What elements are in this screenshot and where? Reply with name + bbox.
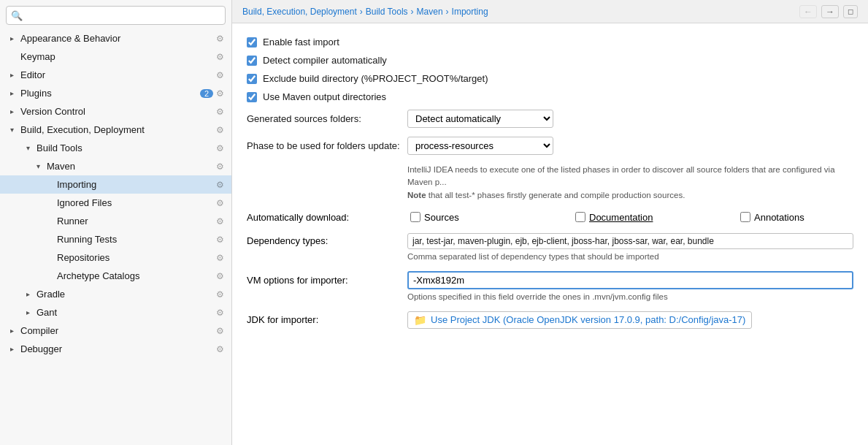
- documentation-label: Documentation: [589, 212, 653, 223]
- breadcrumb-sep-2: ›: [411, 7, 414, 17]
- sources-checkbox[interactable]: [410, 212, 420, 222]
- sidebar-item-label-repositories: Repositories: [57, 252, 110, 263]
- settings-icon-gant: ⚙: [216, 308, 224, 318]
- chevron-right-icon: ▸: [26, 290, 34, 298]
- sidebar-item-archetype-catalogs[interactable]: ▸ Archetype Catalogs⚙: [0, 267, 231, 285]
- sidebar-item-right-gant: ⚙: [216, 308, 224, 318]
- sidebar-item-label-container-build-tools: ▾ Build Tools: [26, 142, 82, 153]
- sidebar-item-label-container-version-control: ▸ Version Control: [10, 106, 85, 117]
- checkbox-row-3: Exclude build directory (%PROJECT_ROOT%/…: [247, 73, 853, 84]
- sidebar-item-running-tests[interactable]: ▸ Running Tests⚙: [0, 230, 231, 248]
- vm-options-row: VM options for importer:: [247, 271, 853, 289]
- sidebar-item-keymap[interactable]: ▸ Keymap⚙: [0, 47, 231, 66]
- sidebar-item-label-container-gant: ▸ Gant: [26, 307, 57, 318]
- sidebar-item-label-maven: Maven: [47, 161, 75, 172]
- chevron-right-icon: ▸: [10, 89, 18, 97]
- badge-plugins: 2: [200, 89, 213, 98]
- breadcrumb: Build, Execution, Deployment › Build Too…: [242, 7, 488, 17]
- breadcrumb-part-2: Build Tools: [366, 7, 408, 17]
- jdk-selector[interactable]: 📁 Use Project JDK (Oracle OpenJDK versio…: [407, 311, 752, 329]
- sidebar-item-label-build-tools: Build Tools: [37, 142, 82, 153]
- sidebar-item-label-container-appearance: ▸ Appearance & Behavior: [10, 33, 120, 44]
- settings-icon-compiler: ⚙: [216, 326, 224, 336]
- sidebar-item-plugins[interactable]: ▸ Plugins2⚙: [0, 84, 231, 102]
- chevron-right-icon: ▸: [10, 327, 18, 335]
- sidebar-item-right-build-tools: ⚙: [216, 143, 224, 153]
- settings-icon-repositories: ⚙: [216, 253, 224, 263]
- chevron-right-icon: ▸: [10, 71, 18, 79]
- sidebar-item-runner[interactable]: ▸ Runner⚙: [0, 212, 231, 230]
- breadcrumb-part-1: Build, Execution, Deployment: [242, 7, 357, 17]
- sidebar-item-label-container-build-exec-deploy: ▾ Build, Execution, Deployment: [10, 124, 145, 135]
- sidebar-item-label-container-ignored-files: ▸ Ignored Files: [47, 197, 112, 208]
- sidebar-item-label-running-tests: Running Tests: [57, 234, 117, 245]
- dependency-types-row: Dependency types:: [247, 233, 853, 249]
- phase-row: Phase to be used for folders update: pro…: [247, 137, 853, 155]
- detect-compiler-checkbox[interactable]: [247, 56, 257, 66]
- documentation-checkbox[interactable]: [575, 212, 585, 222]
- search-input[interactable]: [26, 10, 220, 20]
- sidebar-item-right-appearance: ⚙: [216, 34, 224, 44]
- use-maven-output-checkbox[interactable]: [247, 92, 257, 102]
- nav-back-button[interactable]: ←: [799, 5, 817, 18]
- sidebar-item-label-container-compiler: ▸ Compiler: [10, 325, 58, 336]
- sidebar-item-version-control[interactable]: ▸ Version Control⚙: [0, 102, 231, 121]
- breadcrumb-sep-1: ›: [360, 7, 363, 17]
- sidebar-item-debugger[interactable]: ▸ Debugger⚙: [0, 340, 231, 358]
- enable-fast-import-checkbox[interactable]: [247, 37, 257, 47]
- generated-sources-row: Generated sources folders: Detect automa…: [247, 110, 853, 128]
- sidebar-item-gant[interactable]: ▸ Gant⚙: [0, 303, 231, 322]
- checkbox-row-4: Use Maven output directories: [247, 91, 853, 102]
- sidebar-item-label-container-archetype-catalogs: ▸ Archetype Catalogs: [47, 270, 139, 281]
- auto-download-label: Automatically download:: [247, 212, 400, 223]
- sidebar-item-label-container-importing: ▸ Importing: [47, 179, 96, 190]
- exclude-build-dir-label: Exclude build directory (%PROJECT_ROOT%/…: [263, 73, 488, 84]
- sidebar-item-appearance[interactable]: ▸ Appearance & Behavior⚙: [0, 29, 231, 47]
- sidebar-item-label-editor: Editor: [20, 69, 45, 80]
- sidebar-item-right-debugger: ⚙: [216, 344, 224, 354]
- annotations-checkbox[interactable]: [740, 212, 750, 222]
- sidebar-item-label-debugger: Debugger: [20, 343, 62, 354]
- vm-options-input[interactable]: [407, 271, 853, 289]
- nav-forward-button[interactable]: →: [821, 5, 839, 18]
- settings-icon-runner: ⚙: [216, 216, 224, 227]
- enable-fast-import-label: Enable fast import: [263, 37, 339, 47]
- sidebar-item-editor[interactable]: ▸ Editor⚙: [0, 66, 231, 84]
- generated-sources-select[interactable]: Detect automatically: [407, 110, 553, 128]
- phase-select[interactable]: process-resources: [407, 137, 553, 155]
- folder-icon: 📁: [414, 314, 426, 326]
- sidebar-item-label-build-exec-deploy: Build, Execution, Deployment: [20, 124, 145, 135]
- sidebar-item-ignored-files[interactable]: ▸ Ignored Files⚙: [0, 194, 231, 212]
- dependency-types-hint: Comma separated list of dependency types…: [407, 252, 853, 261]
- jdk-label: JDK for importer:: [247, 314, 400, 325]
- sidebar-item-importing[interactable]: ▸ Importing⚙: [0, 175, 231, 194]
- settings-icon-keymap: ⚙: [216, 52, 224, 62]
- sidebar-item-right-build-exec-deploy: ⚙: [216, 125, 224, 135]
- search-box[interactable]: 🔍: [6, 6, 226, 25]
- sidebar-item-right-compiler: ⚙: [216, 326, 224, 336]
- chevron-right-icon: ▸: [10, 34, 18, 42]
- vm-options-label: VM options for importer:: [247, 275, 400, 286]
- settings-icon-importing: ⚙: [216, 180, 224, 190]
- dependency-types-input[interactable]: [407, 233, 853, 249]
- sidebar-item-label-container-editor: ▸ Editor: [10, 69, 45, 80]
- sidebar-item-label-container-debugger: ▸ Debugger: [10, 343, 62, 354]
- sidebar-item-build-tools[interactable]: ▾ Build Tools⚙: [0, 139, 231, 157]
- sidebar-item-maven[interactable]: ▾ Maven⚙: [0, 157, 231, 175]
- settings-icon-debugger: ⚙: [216, 344, 224, 354]
- sidebar-item-build-exec-deploy[interactable]: ▾ Build, Execution, Deployment⚙: [0, 121, 231, 139]
- sidebar-item-right-plugins: 2⚙: [200, 88, 224, 99]
- auto-download-row: Automatically download: Sources Document…: [247, 212, 853, 223]
- checkbox-row-2: Detect compiler automatically: [247, 55, 853, 66]
- download-options: Sources Documentation Annotations: [410, 212, 868, 223]
- sidebar-item-label-keymap: Keymap: [20, 51, 55, 62]
- breadcrumb-part-3: Maven: [417, 7, 443, 17]
- sidebar-item-repositories[interactable]: ▸ Repositories⚙: [0, 248, 231, 267]
- sidebar-item-label-version-control: Version Control: [20, 106, 85, 117]
- external-link-button[interactable]: ◻: [843, 5, 858, 18]
- sources-check-label: Sources: [410, 212, 564, 223]
- sidebar-item-compiler[interactable]: ▸ Compiler⚙: [0, 322, 231, 340]
- main-panel: Build, Execution, Deployment › Build Too…: [232, 0, 868, 445]
- exclude-build-dir-checkbox[interactable]: [247, 74, 257, 84]
- sidebar-item-gradle[interactable]: ▸ Gradle⚙: [0, 285, 231, 303]
